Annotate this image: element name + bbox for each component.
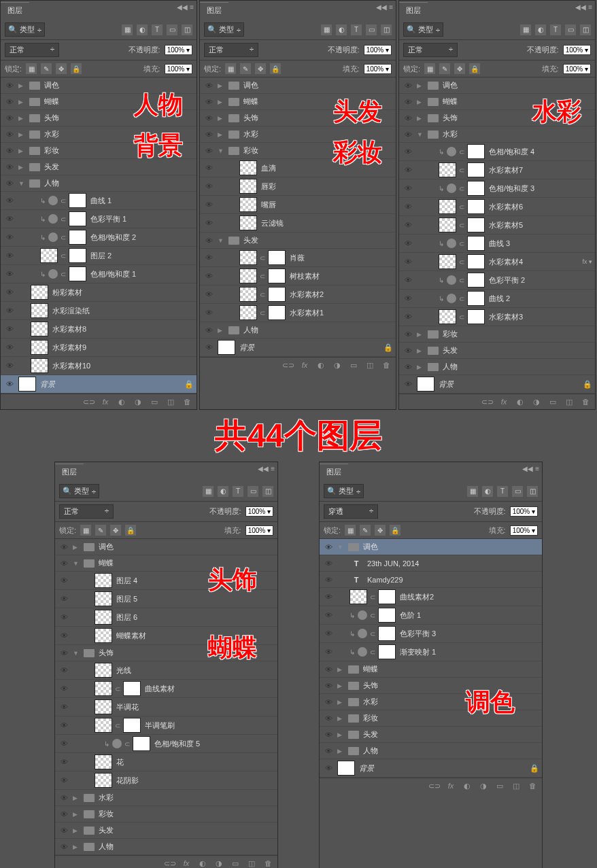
expand-icon[interactable]: ▶ [337, 731, 345, 738]
layer-name[interactable]: 色相/饱和度 2 [89, 232, 194, 243]
visibility-icon[interactable]: 👁 [58, 776, 70, 784]
visibility-icon[interactable]: 👁 [58, 613, 70, 621]
blend-mode-dropdown[interactable]: 穿透 ÷ [324, 504, 378, 519]
filter-text-icon[interactable]: T [233, 486, 243, 497]
layer-name[interactable]: 头饰 [242, 113, 393, 123]
lock-paint-icon[interactable]: ✎ [41, 63, 52, 74]
layer-thumb[interactable] [239, 268, 257, 283]
layer-name[interactable]: 背景 [39, 379, 182, 389]
visibility-icon[interactable]: 👁 [58, 631, 70, 640]
layer-name[interactable]: 色相/饱和度 3 [488, 184, 592, 194]
layer-thumb[interactable] [31, 322, 48, 336]
mask-thumb[interactable] [467, 273, 485, 288]
visibility-icon[interactable]: 👁 [3, 163, 16, 171]
layer-name[interactable]: 头发 [441, 345, 592, 355]
layer-row[interactable]: 👁▶头饰 [200, 110, 396, 126]
lock-all-icon[interactable]: 🔒 [390, 525, 400, 536]
layer-thumb[interactable] [95, 699, 112, 714]
panel-menu-icon[interactable]: ◀◀ ≡ [522, 465, 539, 472]
lock-all-icon[interactable]: 🔒 [270, 63, 281, 74]
layer-row[interactable]: 👁粉彩素材 [1, 283, 197, 302]
filter-shape-icon[interactable]: ▭ [512, 486, 523, 497]
visibility-icon[interactable]: 👁 [3, 380, 16, 388]
layer-row[interactable]: 👁▶蝴蝶 [399, 94, 595, 110]
visibility-icon[interactable]: 👁 [3, 288, 16, 296]
layer-row[interactable]: 👁▶调色 [55, 539, 277, 555]
expand-icon[interactable]: ▶ [73, 811, 81, 818]
link-icon[interactable]: ⊂⊃ [84, 397, 95, 406]
mask-thumb[interactable] [69, 211, 86, 226]
layer-row[interactable]: 👁唇彩 [200, 177, 396, 196]
layer-thumb[interactable] [239, 160, 257, 175]
new-layer-icon[interactable]: ◫ [165, 397, 176, 406]
layer-name[interactable]: 半调花 [115, 702, 275, 712]
layer-row[interactable]: 👁▶水彩 [320, 694, 542, 710]
lock-all-icon[interactable]: 🔒 [125, 525, 136, 536]
visibility-icon[interactable]: 👁 [402, 347, 414, 355]
layer-name[interactable]: 头饰 [97, 648, 275, 658]
layer-thumb[interactable] [439, 162, 456, 177]
layer-row[interactable]: 👁水彩渲染纸 [1, 302, 197, 320]
filter-dropdown[interactable]: 🔍 类型 ÷ [324, 484, 364, 498]
layer-name[interactable]: 水彩 [242, 129, 393, 139]
visibility-icon[interactable]: 👁 [402, 82, 414, 90]
layer-name[interactable]: 水彩 [43, 129, 194, 139]
visibility-icon[interactable]: 👁 [322, 731, 335, 739]
mask-thumb[interactable] [467, 181, 485, 196]
visibility-icon[interactable]: 👁 [322, 698, 335, 706]
layer-row[interactable]: 👁▶彩妆 [399, 326, 595, 343]
layer-row[interactable]: 👁↳⊂色阶 1 [320, 606, 542, 625]
lock-icon[interactable]: 🔒 [184, 380, 194, 389]
layer-row[interactable]: 👁▶头发 [320, 727, 542, 743]
mask-thumb[interactable] [378, 589, 396, 604]
lock-icon[interactable]: 🔒 [530, 764, 539, 773]
layer-name[interactable]: 花阴影 [115, 776, 275, 786]
visibility-icon[interactable]: 👁 [203, 147, 215, 155]
filter-image-icon[interactable]: ▦ [203, 486, 214, 497]
layer-name[interactable]: 蝴蝶 [441, 97, 592, 107]
mask-thumb[interactable] [378, 608, 396, 623]
visibility-icon[interactable]: 👁 [3, 270, 16, 278]
expand-icon[interactable]: ▶ [73, 844, 81, 850]
layer-row[interactable]: 👁▶人物 [200, 322, 396, 338]
mask-thumb[interactable] [467, 254, 485, 269]
layer-name[interactable]: 头发 [97, 825, 275, 835]
opacity-input[interactable]: 100% ▾ [364, 45, 392, 55]
layer-name[interactable]: 水彩素材2 [288, 290, 393, 300]
layer-row[interactable]: 👁血滴 [200, 159, 396, 177]
collapse-icon[interactable]: ▼ [337, 544, 345, 551]
layer-row[interactable]: 👁▶蝴蝶 [200, 94, 396, 110]
lock-pixels-icon[interactable]: ▦ [26, 63, 37, 74]
layer-name[interactable]: 血滴 [260, 163, 393, 173]
layer-row[interactable]: 👁↳⊂渐变映射 1 [320, 643, 542, 661]
visibility-icon[interactable]: 👁 [3, 215, 16, 223]
visibility-icon[interactable]: 👁 [3, 362, 16, 370]
layer-name[interactable]: 色阶 1 [398, 610, 539, 621]
layer-row[interactable]: 👁⊂水彩素材7 [399, 161, 595, 179]
new-layer-icon[interactable]: ◫ [246, 858, 257, 868]
layer-thumb[interactable] [95, 610, 112, 625]
blend-mode-dropdown[interactable]: 正常 ÷ [403, 43, 458, 57]
collapse-icon[interactable]: ▼ [73, 560, 81, 567]
layer-row[interactable]: 👁▼水彩 [399, 126, 595, 143]
layer-thumb[interactable] [439, 218, 456, 232]
visibility-icon[interactable]: 👁 [3, 325, 16, 333]
layer-row[interactable]: 👁⊂树枝素材 [200, 267, 396, 285]
layer-name[interactable]: 人物 [43, 178, 194, 188]
layer-row[interactable]: 👁⊂半调笔刷 [55, 716, 277, 735]
mask-thumb[interactable] [69, 248, 86, 263]
link-icon[interactable]: ⊂⊃ [283, 360, 294, 370]
new-layer-icon[interactable]: ◫ [564, 397, 575, 406]
visibility-icon[interactable]: 👁 [402, 239, 414, 247]
layer-name[interactable]: 头发 [362, 729, 539, 740]
expand-icon[interactable]: ▶ [417, 82, 425, 89]
layer-row[interactable]: 👁▶彩妆 [320, 710, 542, 727]
layer-row[interactable]: 👁↳⊂色相/饱和度 1 [1, 265, 197, 283]
mask-thumb[interactable] [123, 718, 141, 733]
layer-thumb[interactable] [439, 309, 456, 324]
visibility-icon[interactable]: 👁 [3, 251, 16, 260]
layer-name[interactable]: 水彩素材8 [51, 324, 194, 334]
layer-name[interactable]: 背景 [358, 763, 527, 774]
visibility-icon[interactable]: 👁 [322, 714, 335, 723]
lock-position-icon[interactable]: ✥ [375, 525, 386, 536]
